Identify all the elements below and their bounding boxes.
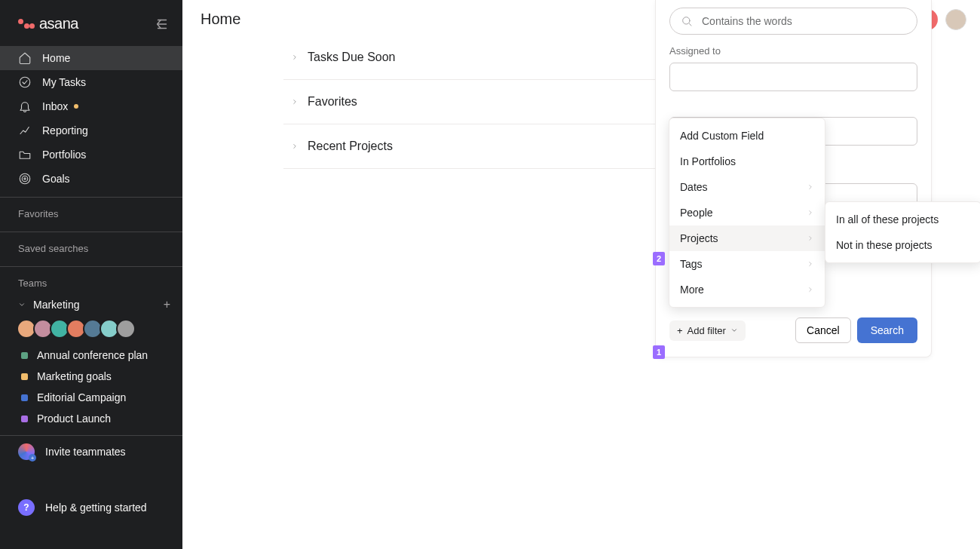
nav-my-tasks[interactable]: My Tasks [0, 70, 182, 94]
filter-menu: Add Custom Field In Portfolios Dates Peo… [669, 118, 825, 308]
invite-label: Invite teammates [45, 446, 126, 458]
invite-icon [18, 443, 35, 460]
nav-label: Goals [42, 173, 70, 185]
chevron-right-icon [291, 98, 299, 106]
avatar[interactable] [116, 319, 136, 339]
menu-label: Tags [680, 258, 703, 270]
chevron-right-icon [807, 209, 814, 216]
home-icon [18, 51, 32, 65]
menu-label: In all of these projects [836, 213, 939, 225]
search-input[interactable] [702, 15, 906, 27]
team-avatars [0, 314, 182, 345]
assigned-to-label: Assigned to [669, 45, 917, 57]
project-annual-conference[interactable]: Annual conference plan [0, 345, 182, 366]
project-editorial-campaign[interactable]: Editorial Campaign [0, 387, 182, 408]
project-color-dot [21, 416, 28, 422]
folder-icon [18, 148, 32, 161]
menu-projects[interactable]: Projects [669, 225, 825, 251]
menu-tags[interactable]: Tags [669, 251, 825, 277]
teams-section-header: Teams [0, 267, 182, 295]
menu-label: Not in these projects [836, 239, 933, 251]
team-row-marketing[interactable]: Marketing + [0, 295, 182, 314]
nav-label: Inbox [42, 100, 68, 112]
project-color-dot [21, 352, 28, 359]
nav-goals[interactable]: Goals [0, 167, 182, 191]
section-title: Recent Projects [308, 140, 393, 153]
nav-home[interactable]: Home [0, 46, 182, 70]
project-marketing-goals[interactable]: Marketing goals [0, 366, 182, 387]
nav-list: Home My Tasks Inbox Reporting Portfolios… [0, 46, 182, 191]
favorites-section-header[interactable]: Favorites [0, 198, 182, 225]
check-circle-icon [18, 75, 32, 89]
svg-point-4 [683, 17, 690, 24]
menu-more[interactable]: More [669, 277, 825, 302]
target-icon [18, 172, 32, 186]
chevron-right-icon [807, 286, 814, 293]
add-filter-label: Add filter [688, 325, 726, 336]
nav-reporting[interactable]: Reporting [0, 118, 182, 143]
section-title: Tasks Due Soon [308, 51, 396, 64]
nav-label: My Tasks [42, 76, 86, 88]
cancel-button[interactable]: Cancel [795, 317, 851, 343]
project-label: Product Launch [37, 413, 111, 425]
menu-label: Add Custom Field [680, 130, 764, 142]
svg-point-0 [20, 77, 30, 87]
assigned-to-input[interactable] [669, 63, 917, 91]
logo[interactable]: asana [18, 15, 78, 32]
logo-icon [18, 21, 35, 26]
section-title: Favorites [308, 95, 357, 109]
nav-portfolios[interactable]: Portfolios [0, 143, 182, 167]
help-icon: ? [18, 499, 35, 516]
collapse-sidebar-icon[interactable] [154, 16, 170, 32]
submenu-in-all-projects[interactable]: In all of these projects [825, 207, 980, 232]
project-label: Marketing goals [37, 370, 112, 382]
chevron-right-icon [291, 143, 299, 150]
menu-label: In Portfolios [680, 155, 736, 167]
main-content: Home Tasks Due Soon Favorites Recent Pro… [182, 0, 980, 549]
menu-dates[interactable]: Dates [669, 174, 825, 200]
search-input-wrap[interactable] [669, 8, 917, 35]
add-project-icon[interactable]: + [164, 298, 170, 311]
chevron-right-icon [807, 260, 814, 268]
invite-teammates[interactable]: Invite teammates [0, 436, 182, 468]
team-name: Marketing [33, 299, 79, 311]
page-title: Home [201, 11, 240, 28]
sidebar-header: asana [0, 0, 182, 46]
menu-add-custom-field[interactable]: Add Custom Field [669, 123, 825, 149]
chevron-down-icon [730, 327, 738, 334]
help-getting-started[interactable]: ? Help & getting started [0, 490, 182, 525]
user-avatar[interactable] [945, 9, 966, 30]
chart-icon [18, 124, 32, 137]
search-button[interactable]: Search [857, 317, 917, 343]
projects-submenu: In all of these projects Not in these pr… [825, 201, 980, 263]
menu-people[interactable]: People [669, 200, 825, 225]
project-label: Annual conference plan [37, 349, 148, 361]
bell-icon [18, 100, 32, 113]
search-icon [681, 15, 693, 27]
submenu-not-in-projects[interactable]: Not in these projects [825, 232, 980, 258]
svg-point-3 [24, 178, 26, 179]
nav-inbox[interactable]: Inbox [0, 94, 182, 118]
add-filter-button[interactable]: + Add filter [669, 321, 746, 341]
menu-in-portfolios[interactable]: In Portfolios [669, 149, 825, 174]
chevron-right-icon [291, 54, 299, 61]
help-label: Help & getting started [45, 501, 147, 514]
menu-label: Projects [680, 232, 718, 244]
project-label: Editorial Campaign [37, 391, 126, 403]
nav-label: Portfolios [42, 149, 86, 161]
chevron-right-icon [807, 183, 814, 191]
sidebar: asana Home My Tasks Inbox Reporting Port… [0, 0, 182, 549]
chevron-down-icon [18, 301, 26, 308]
svg-point-1 [20, 173, 30, 184]
menu-label: Dates [680, 181, 708, 193]
nav-label: Home [42, 52, 70, 64]
project-product-launch[interactable]: Product Launch [0, 408, 182, 429]
callout-badge-1: 1 [653, 345, 665, 359]
callout-badge-2: 2 [653, 252, 665, 265]
project-color-dot [21, 394, 28, 401]
search-panel-footer: + Add filter Cancel Search [669, 317, 917, 343]
nav-label: Reporting [42, 124, 88, 136]
project-color-dot [21, 373, 28, 380]
inbox-unread-dot [74, 104, 78, 109]
saved-searches-section-header[interactable]: Saved searches [0, 232, 182, 260]
